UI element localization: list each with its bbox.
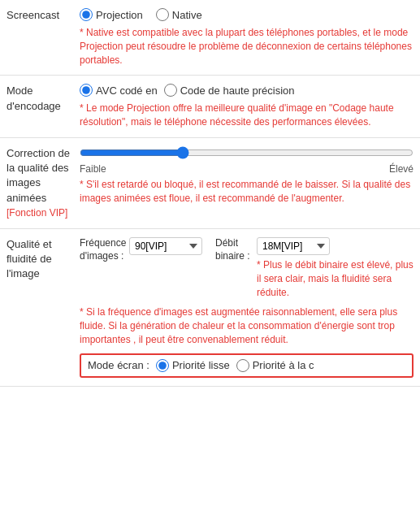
fps-label: Fréquence d'images : [80,237,124,262]
page-container: Screencast Projection Native * Native es… [0,0,420,387]
quality-fluidity-section: Qualité et fluidité de l'image Fréquence… [0,229,420,387]
slider-labels: Faible Élevé [80,163,414,175]
quality-fluidity-label: Qualité et fluidité de l'image [6,237,80,378]
priorite-c-radio[interactable] [236,359,249,372]
bitrate-right: 18M[VIP] 10M 8M 4M * Plus le débit binai… [257,237,414,299]
high-precision-radio[interactable] [164,84,177,97]
avc-option[interactable]: AVC codé en [80,84,158,97]
bitrate-label: Débit binaire : [215,237,252,262]
fps-select[interactable]: 90[VIP] 60[VIP] 30 15 [129,237,202,255]
screencast-section: Screencast Projection Native * Native es… [0,0,420,76]
screencast-content: Projection Native * Native est compatibl… [80,8,414,67]
fps-note: * Si la fréquence d'images est augmentée… [80,305,414,346]
quality-note: * S'il est retardé ou bloqué, il est rec… [80,178,414,206]
quality-label: Correction de la qualité des images anim… [6,146,80,220]
high-precision-label: Code de haute précision [180,84,295,97]
high-precision-option[interactable]: Code de haute précision [164,84,295,97]
bitrate-group: Débit binaire : 18M[VIP] 10M 8M 4M * Plu… [215,237,414,299]
quality-content: Faible Élevé * S'il est retardé ou bloqu… [80,146,414,220]
mode-ecran-bar: Mode écran : Priorité lisse Priorité à l… [80,353,414,378]
priorite-lisse-label: Priorité lisse [172,359,230,371]
priorite-c-label: Priorité à la c [253,359,314,371]
screencast-radio-row: Projection Native [80,8,414,21]
native-option[interactable]: Native [156,8,202,21]
encoding-label: Mode d'encodage [6,84,80,129]
avc-label: AVC codé en [96,84,158,97]
quality-animated-section: Correction de la qualité des images anim… [0,138,420,229]
slider-low-label: Faible [80,163,106,175]
native-label: Native [172,9,202,21]
projection-radio[interactable] [80,8,93,21]
quality-fluidity-content: Fréquence d'images : 90[VIP] 60[VIP] 30 … [80,237,414,378]
encoding-content: AVC codé en Code de haute précision * Le… [80,84,414,129]
bitrate-select[interactable]: 18M[VIP] 10M 8M 4M [257,237,330,255]
priorite-c-option[interactable]: Priorité à la c [236,359,314,372]
screencast-label: Screencast [6,8,80,67]
projection-label: Projection [96,9,143,21]
quality-slider[interactable] [80,146,414,159]
native-radio[interactable] [156,8,169,21]
dropdowns-row: Fréquence d'images : 90[VIP] 60[VIP] 30 … [80,237,414,299]
encoding-section: Mode d'encodage AVC codé en Code de haut… [0,76,420,138]
vip-label: [Fonction VIP] [6,207,67,219]
priorite-lisse-radio[interactable] [156,359,169,372]
priorite-lisse-option[interactable]: Priorité lisse [156,359,230,372]
encoding-note: * Le mode Projection offre la meilleure … [80,102,414,129]
projection-option[interactable]: Projection [80,8,143,21]
fps-group: Fréquence d'images : 90[VIP] 60[VIP] 30 … [80,237,202,262]
mode-ecran-label: Mode écran : [88,359,149,371]
quality-slider-container: Faible Élevé [80,146,414,175]
bitrate-note: * Plus le débit binaire est élevé, plus … [257,258,414,299]
avc-radio[interactable] [80,84,93,97]
slider-high-label: Élevé [389,163,414,175]
screencast-note: * Native est compatible avec la plupart … [80,26,414,67]
encoding-radio-row: AVC codé en Code de haute précision [80,84,414,97]
